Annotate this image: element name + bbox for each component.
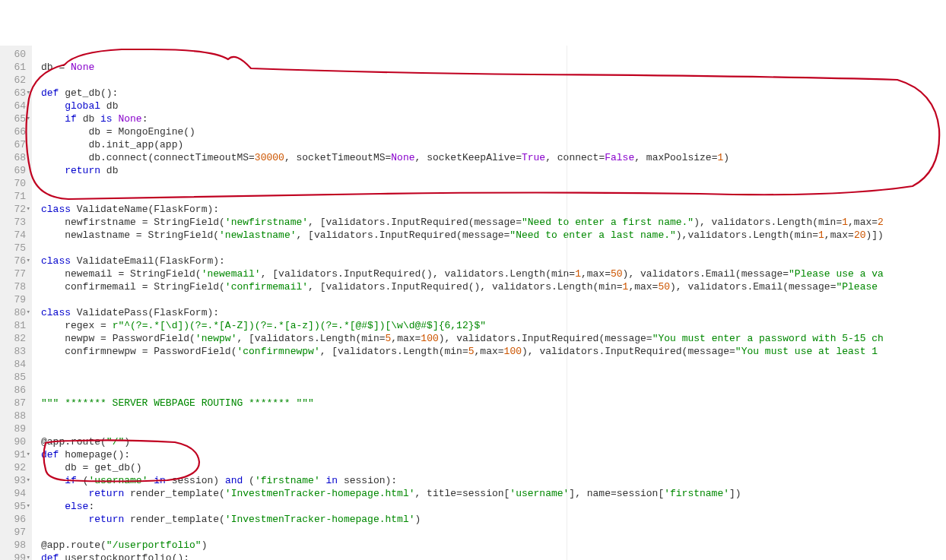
code-area[interactable]: db = Nonedef get_db(): global db if db i… [32,46,946,560]
line-number: 62 [3,74,26,87]
print-margin [567,46,567,560]
line-number: 65 [3,112,26,125]
line-number: 95 [3,500,26,513]
code-line[interactable]: newpw = PasswordField('newpw', [validato… [41,332,946,345]
line-number: 80 [3,306,26,319]
line-number: 98 [3,539,26,552]
code-line[interactable]: class ValidatePass(FlaskForm): [41,306,946,319]
line-number: 66 [3,125,26,138]
line-number: 91 [3,448,26,461]
code-line[interactable]: return render_template('InvestmenTracker… [41,487,946,500]
line-number: 61 [3,61,26,74]
line-number: 94 [3,487,26,500]
code-line[interactable]: db = None [41,61,946,74]
line-number: 64 [3,100,26,112]
line-number: 79 [3,293,26,306]
line-number: 88 [3,410,26,422]
code-line[interactable]: db = get_db() [41,461,946,474]
code-line[interactable]: def userstockportfolio(): [41,552,946,560]
code-line[interactable]: def get_db(): [41,87,946,100]
code-line[interactable] [41,526,946,539]
line-number: 70 [3,177,26,190]
code-line[interactable]: newemail = StringField('newemail', [vali… [41,267,946,280]
line-number: 74 [3,229,26,242]
line-number: 78 [3,280,26,293]
code-line[interactable]: class ValidateEmail(FlaskForm): [41,255,946,267]
line-number: 77 [3,267,26,280]
code-line[interactable] [41,293,946,306]
line-number: 82 [3,332,26,345]
line-number: 84 [3,358,26,371]
code-line[interactable] [41,242,946,255]
code-line[interactable]: regex = r"^(?=.*[\d])(?=.*[A-Z])(?=.*[a-… [41,319,946,332]
code-line[interactable]: def homepage(): [41,448,946,461]
code-line[interactable]: db.connect(connectTimeoutMS=30000, socke… [41,151,946,164]
line-number: 87 [3,397,26,410]
code-line[interactable] [41,190,946,203]
code-line[interactable]: newlastname = StringField('newlastname',… [41,229,946,242]
code-line[interactable]: return render_template('InvestmenTracker… [41,513,946,526]
code-line[interactable] [41,422,946,435]
line-number: 60 [3,48,26,61]
line-number: 86 [3,384,26,397]
code-line[interactable]: confirmemail = StringField('confirmemail… [41,280,946,293]
line-number: 85 [3,371,26,384]
code-line[interactable]: return db [41,164,946,177]
code-line[interactable]: db.init_app(app) [41,138,946,151]
code-line[interactable] [41,410,946,422]
code-line[interactable]: else: [41,500,946,513]
line-number: 97 [3,526,26,539]
line-number: 81 [3,319,26,332]
line-number: 76 [3,255,26,267]
code-line[interactable]: if db is None: [41,112,946,125]
code-line[interactable]: db = MongoEngine() [41,125,946,138]
code-line[interactable] [41,358,946,371]
code-line[interactable]: """ ******* SERVER WEBPAGE ROUTING *****… [41,397,946,410]
code-line[interactable]: @app.route("/userportfolio") [41,539,946,552]
code-line[interactable]: class ValidateName(FlaskForm): [41,203,946,216]
line-number: 67 [3,138,26,151]
line-number: 93 [3,474,26,487]
code-line[interactable]: confirmnewpw = PasswordField('confirmnew… [41,345,946,358]
line-number: 63 [3,87,26,100]
line-number: 83 [3,345,26,358]
code-line[interactable] [41,48,946,61]
line-number: 72 [3,203,26,216]
line-number: 96 [3,513,26,526]
line-number: 71 [3,190,26,203]
line-number: 99 [3,552,26,560]
code-line[interactable] [41,74,946,87]
line-number: 69 [3,164,26,177]
code-line[interactable]: @app.route("/") [41,435,946,448]
code-line[interactable]: global db [41,100,946,112]
code-line[interactable] [41,177,946,190]
code-line[interactable]: if ('username' in session) and ('firstna… [41,474,946,487]
line-number: 75 [3,242,26,255]
code-editor[interactable]: 6061626364656667686970717273747576777879… [0,46,946,560]
line-number: 73 [3,216,26,229]
line-number-gutter: 6061626364656667686970717273747576777879… [0,46,32,560]
code-line[interactable] [41,384,946,397]
line-number: 89 [3,422,26,435]
line-number: 92 [3,461,26,474]
line-number: 68 [3,151,26,164]
code-line[interactable] [41,371,946,384]
line-number: 90 [3,435,26,448]
code-line[interactable]: newfirstname = StringField('newfirstname… [41,216,946,229]
